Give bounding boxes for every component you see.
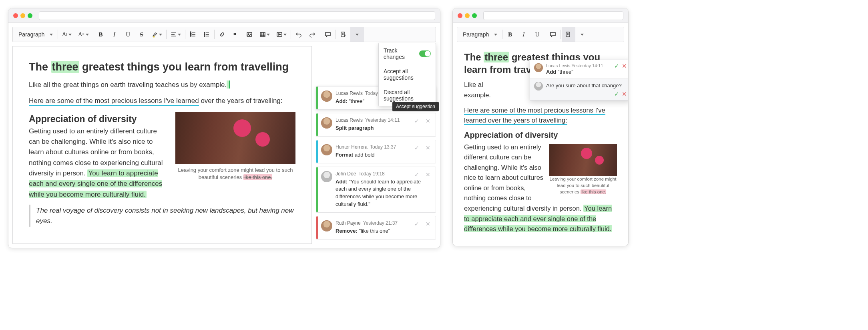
comment-button[interactable] xyxy=(321,27,335,42)
suggestion-author: Lucas Rewis xyxy=(336,117,363,123)
suggestion-type-bar xyxy=(316,216,318,239)
popover-comment-row[interactable]: Are you sure about that change? ✓ ✕ xyxy=(530,78,628,100)
reject-suggestion-button[interactable]: ✕ xyxy=(424,143,432,152)
strikethrough-button[interactable]: S xyxy=(135,27,149,42)
suggestion-type-bar xyxy=(316,87,318,109)
suggestion-card[interactable]: John DoeToday 19:18 Add: "You should lea… xyxy=(316,167,436,213)
document-page[interactable]: The three greatest things you learn from… xyxy=(12,46,312,244)
document-page[interactable]: The three greatest things you learn from… xyxy=(453,42,628,246)
bold-button[interactable]: B xyxy=(94,27,108,42)
svg-point-4 xyxy=(204,34,205,35)
avatar xyxy=(321,117,332,129)
chevron-down-icon xyxy=(178,34,181,36)
paragraph: Here are some of the most precious lesso… xyxy=(464,105,617,126)
svg-rect-8 xyxy=(260,32,265,36)
redo-button[interactable] xyxy=(305,27,319,42)
accept-suggestion-button[interactable]: ✓ xyxy=(412,117,421,125)
window-titlebar xyxy=(8,8,440,23)
maximize-window-dot[interactable] xyxy=(472,13,477,18)
chevron-down-icon xyxy=(86,34,89,36)
numbered-list-button[interactable]: 123 xyxy=(186,27,200,42)
paragraph-style-dropdown[interactable]: Paragraph xyxy=(457,27,501,42)
avatar xyxy=(321,220,332,231)
figure: Leaving your comfort zone might lead you… xyxy=(549,144,617,195)
reject-suggestion-button[interactable]: ✕ xyxy=(622,91,627,98)
link-button[interactable] xyxy=(215,27,229,42)
comment-button[interactable] xyxy=(546,27,560,42)
track-changes-dropdown[interactable] xyxy=(575,27,589,42)
accept-suggestion-button[interactable]: ✓ xyxy=(614,91,619,98)
minimize-window-dot[interactable] xyxy=(20,13,25,18)
address-bar[interactable] xyxy=(483,11,623,20)
svg-point-5 xyxy=(204,36,205,36)
maximize-window-dot[interactable] xyxy=(28,13,32,18)
reject-suggestion-button[interactable]: ✕ xyxy=(424,219,432,228)
reject-suggestion-button[interactable]: ✕ xyxy=(424,170,432,179)
suggestion-author: Hunter Herrera xyxy=(336,144,368,150)
deletion-mark: like this one. xyxy=(581,189,606,194)
popover-suggestion-row[interactable]: Lucas Lewis Yesterday 14:11 Add "three" … xyxy=(530,60,628,78)
popover-time: Yesterday 14:11 xyxy=(571,63,603,68)
suggestion-time: Yesterday 14:11 xyxy=(365,117,400,123)
accept-suggestion-button[interactable]: ✓ xyxy=(412,170,421,179)
suggestion-author: Lucas Rewis xyxy=(336,91,363,96)
track-changes-toggle[interactable] xyxy=(419,50,431,57)
reject-suggestion-button[interactable]: ✕ xyxy=(424,117,432,125)
chevron-down-icon xyxy=(581,34,584,36)
suggestion-card[interactable]: Lucas RewisYesterday 14:11 Split paragra… xyxy=(316,113,436,137)
heading-1: The three greatest things you learn from… xyxy=(29,61,295,73)
accept-suggestion-button[interactable]: ✓ xyxy=(412,143,421,152)
svg-point-3 xyxy=(204,32,205,33)
italic-button[interactable]: I xyxy=(108,27,121,42)
blockquote-button[interactable] xyxy=(229,27,243,42)
undo-button[interactable] xyxy=(292,27,305,42)
popover-action: Add "three" xyxy=(546,69,626,75)
suggestion-description: Remove: "like this one" xyxy=(336,227,431,235)
italic-button[interactable]: I xyxy=(517,27,530,42)
image-placeholder[interactable] xyxy=(549,144,617,176)
suggestion-card[interactable]: Hunter HerreraToday 13:37 Format add bol… xyxy=(316,140,436,163)
chevron-down-icon xyxy=(50,34,53,36)
track-changes-dropdown[interactable] xyxy=(350,27,364,42)
font-family-dropdown[interactable]: AI xyxy=(59,27,75,42)
highlight-button[interactable] xyxy=(149,27,165,42)
bold-button[interactable]: B xyxy=(503,27,517,42)
font-size-dropdown[interactable]: A≡ xyxy=(75,27,92,42)
menu-item-track-changes[interactable]: Track changes xyxy=(379,43,436,64)
reject-suggestion-button[interactable]: ✕ xyxy=(622,62,627,70)
window-titlebar xyxy=(453,8,628,23)
address-bar[interactable] xyxy=(39,11,435,20)
table-button[interactable] xyxy=(256,27,273,42)
editor-window-desktop: Paragraph AI A≡ B I U S 123 xyxy=(8,8,440,248)
chevron-down-icon xyxy=(68,34,72,36)
format-mark: Here are some of the most precious lesso… xyxy=(464,107,605,125)
suggestion-type-bar xyxy=(316,140,318,163)
paragraph: Getting used to an entirely different cu… xyxy=(29,126,167,200)
close-window-dot[interactable] xyxy=(458,13,462,18)
track-changes-menu: Track changes Accept all suggestions Dis… xyxy=(378,43,436,106)
accept-suggestion-button[interactable]: ✓ xyxy=(614,62,619,70)
track-changes-button[interactable] xyxy=(337,27,350,42)
underline-button[interactable]: U xyxy=(530,27,544,42)
image-button[interactable] xyxy=(243,27,256,42)
suggestion-time: Today 19:18 xyxy=(358,171,384,177)
editor-toolbar: Paragraph B I U xyxy=(457,27,624,42)
close-window-dot[interactable] xyxy=(13,13,18,18)
suggestion-author: Ruth Payne xyxy=(336,220,361,226)
image-placeholder[interactable] xyxy=(175,112,295,164)
track-changes-button[interactable] xyxy=(562,27,575,42)
paragraph-style-dropdown[interactable]: Paragraph xyxy=(13,27,57,42)
bullet-list-button[interactable] xyxy=(200,27,213,42)
suggestion-time: Today 13:37 xyxy=(370,144,396,150)
avatar xyxy=(534,82,543,91)
accept-suggestion-button[interactable]: ✓ xyxy=(412,219,421,228)
media-button[interactable] xyxy=(273,27,290,42)
image-caption: Leaving your comfort zone might lead you… xyxy=(175,167,295,181)
avatar xyxy=(321,144,332,155)
heading-2: Appreciation of diversity xyxy=(29,114,167,125)
minimize-window-dot[interactable] xyxy=(465,13,470,18)
suggestion-card[interactable]: Ruth PayneYesterday 21:37 Remove: "like … xyxy=(316,216,436,239)
underline-button[interactable]: U xyxy=(121,27,135,42)
menu-item-accept-all[interactable]: Accept all suggestions xyxy=(379,64,436,85)
align-button[interactable] xyxy=(167,27,184,42)
